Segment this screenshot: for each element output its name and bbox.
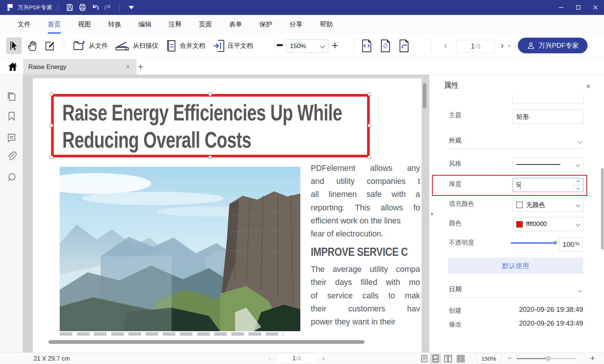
date-collapse-icon[interactable] (578, 287, 582, 294)
menu-convert[interactable]: 转换 (108, 15, 121, 34)
selection-handle[interactable] (50, 92, 53, 96)
previous-page-icon[interactable]: ‹ (444, 41, 447, 50)
tab-close-icon[interactable]: × (124, 63, 131, 71)
chevron-down-icon (576, 222, 580, 227)
home-tab-button[interactable] (5, 60, 20, 73)
create-from-file-button[interactable]: 从文件 (72, 34, 108, 58)
zoom-slider-track[interactable] (548, 358, 576, 359)
collapse-right-panel-icon[interactable]: › (431, 210, 433, 217)
solid-line-sample (516, 164, 560, 165)
single-page-view-button[interactable] (419, 354, 430, 364)
status-zoom-value[interactable]: 150% (477, 354, 501, 364)
status-zoom-in-icon[interactable]: + (590, 354, 595, 363)
menu-file[interactable]: 文件 (18, 15, 31, 34)
create-from-scanner-button[interactable]: 从扫描仪 (115, 34, 158, 58)
selection-handle[interactable] (50, 124, 53, 127)
select-tool-button[interactable] (6, 37, 22, 54)
menu-share[interactable]: 分享 (290, 15, 303, 34)
status-zoom-out-icon[interactable]: − (507, 354, 512, 362)
rectangle-annotation[interactable]: Raise Energy Efficiencies Up While Reduc… (51, 94, 370, 157)
opacity-value-box[interactable]: 100 % (559, 238, 583, 252)
two-page-view-button[interactable] (442, 354, 454, 364)
status-page-input[interactable]: 1/3 (276, 354, 317, 363)
comments-panel-icon[interactable] (6, 132, 17, 143)
selection-handle[interactable] (209, 92, 212, 96)
rotate-page-button[interactable] (396, 37, 411, 54)
thickness-input[interactable]: 5 (513, 178, 583, 192)
opacity-label: 不透明度 (449, 238, 474, 247)
menu-home[interactable]: 首页 (48, 15, 61, 34)
edit-tool-button[interactable] (42, 37, 57, 54)
menu-form[interactable]: 表单 (229, 15, 242, 34)
search-panel-icon[interactable] (6, 172, 17, 182)
opacity-slider[interactable] (511, 242, 556, 244)
document-viewport[interactable]: Raise Energy Efficiencies Up While Reduc… (23, 75, 429, 352)
thumbnails-panel-icon[interactable] (6, 91, 17, 102)
redo-icon[interactable] (102, 2, 113, 13)
menu-view[interactable]: 视图 (78, 15, 91, 34)
pdf-page[interactable]: Raise Energy Efficiencies Up While Reduc… (33, 78, 422, 352)
panel-scrollbar[interactable] (601, 168, 604, 250)
grid-view-button[interactable] (455, 354, 466, 364)
selection-handle[interactable] (368, 124, 371, 127)
chevron-down-icon (576, 203, 580, 207)
selection-handle[interactable] (209, 156, 212, 159)
menu-page[interactable]: 页面 (199, 15, 212, 34)
clipped-text-line (60, 332, 284, 336)
zoom-out-icon[interactable] (277, 44, 283, 46)
fit-width-button[interactable] (359, 37, 374, 54)
minimize-button[interactable] (553, 0, 570, 15)
hand-tool-button[interactable] (24, 37, 40, 54)
selection-handle[interactable] (368, 156, 371, 159)
stroke-color-select[interactable]: ffff0000 (513, 217, 583, 231)
horizontal-scrollbar[interactable] (48, 340, 364, 344)
save-icon[interactable] (64, 2, 75, 13)
status-prev-page-icon[interactable]: ‹ (269, 355, 271, 362)
zoom-in-icon[interactable]: + (332, 40, 338, 51)
spin-down-icon[interactable] (574, 185, 583, 192)
attachments-panel-icon[interactable] (6, 151, 17, 161)
flatten-pdf-button[interactable]: 压平文档 (213, 34, 253, 58)
selection-handle[interactable] (368, 92, 371, 96)
document-tab[interactable]: Raise Energy × (23, 59, 137, 75)
document-text-column: PDFelement allows any and utility compan… (311, 162, 420, 329)
close-button[interactable] (587, 0, 604, 15)
maximize-button[interactable] (570, 0, 587, 15)
quick-access-dropdown-icon[interactable] (126, 2, 137, 13)
menu-comment[interactable]: 注释 (169, 15, 182, 34)
print-icon[interactable] (77, 2, 88, 13)
new-tab-icon[interactable]: + (138, 62, 143, 72)
next-page-icon[interactable]: › (501, 41, 504, 50)
set-as-default-button[interactable]: 默认使用 (448, 258, 583, 274)
vertical-scrollbar[interactable] (423, 83, 426, 108)
subject-input[interactable]: 矩形 (513, 110, 583, 124)
thickness-spinner[interactable] (573, 179, 583, 191)
menu-help[interactable]: 帮助 (320, 15, 333, 34)
zoom-slider-thumb[interactable] (546, 356, 551, 361)
scrolled-field-partial[interactable] (513, 95, 583, 104)
page-number-input[interactable]: 1/3 (456, 40, 495, 53)
selection-handle[interactable] (50, 156, 53, 159)
page-size-label: 21 X 29.7 cm (34, 355, 70, 362)
panel-close-icon[interactable]: × (586, 82, 591, 91)
fit-page-button[interactable] (378, 37, 393, 54)
fill-color-select[interactable]: 无颜色 (513, 198, 583, 212)
created-value: 2020-09-26 19:38:49 (485, 305, 583, 314)
spin-up-icon[interactable] (574, 179, 583, 185)
menu-protect[interactable]: 保护 (259, 15, 272, 34)
thickness-label: 厚度 (449, 180, 461, 188)
page-current: 1 (471, 43, 475, 50)
opacity-slider-thumb[interactable] (553, 241, 557, 245)
continuous-scroll-view-button[interactable] (430, 354, 441, 364)
bookmarks-panel-icon[interactable] (6, 111, 17, 121)
appearance-collapse-icon[interactable] (578, 138, 582, 145)
menu-edit[interactable]: 编辑 (138, 15, 151, 34)
toolbar-overflow-icon[interactable]: › (508, 43, 510, 48)
account-button[interactable]: 万兴PDF专家 (518, 38, 588, 53)
status-next-page-icon[interactable]: › (322, 355, 325, 362)
zoom-slider-filled[interactable] (517, 358, 548, 359)
zoom-level-select[interactable]: 150% (286, 40, 328, 53)
line-style-select[interactable] (513, 157, 583, 172)
undo-icon[interactable] (90, 2, 101, 13)
combine-pdf-button[interactable]: 合并文档 (166, 34, 205, 58)
